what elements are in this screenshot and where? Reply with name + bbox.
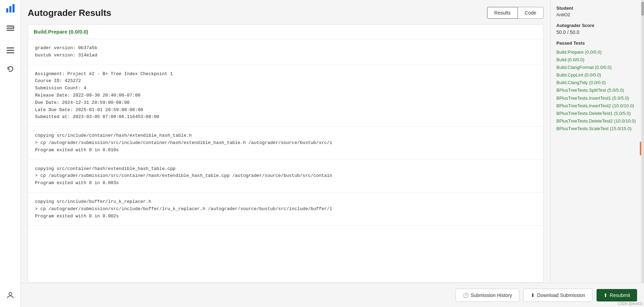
scrollbar-track[interactable] [641,0,644,283]
list-icon[interactable] [3,43,18,59]
watermark: CSDN @AntiO2 [618,302,643,306]
page-header: Autograder Results Results Code [28,7,544,19]
center-panel: Autograder Results Results Code Build.Pr… [21,0,550,283]
resubmit-button[interactable]: ⬆ Resubmit [597,289,637,301]
svg-rect-2 [12,4,15,12]
student-label: Student [556,6,638,11]
test-item[interactable]: Build.CppLint (0.0/0.0) [556,71,638,79]
footer: 🕐 Submission History ⬇ Download Submissi… [21,283,644,307]
svg-rect-0 [6,8,8,12]
svg-rect-8 [7,50,14,51]
download-submission-button[interactable]: ⬇ Download Submission [523,289,592,302]
code-block-1: grader version: 0b37a5b bustub version: … [28,39,543,65]
download-icon: ⬇ [531,292,535,298]
refresh-icon[interactable] [3,62,18,78]
score-value: 50.0 / 50.0 [556,29,638,35]
code-button[interactable]: Code [518,7,544,19]
test-item[interactable]: BPlusTreeTests.InsertTest1 (5.0/5.0) [556,94,638,102]
submission-history-label: Submission History [471,292,512,298]
orange-indicator [640,142,641,155]
resubmit-icon: ⬆ [603,292,608,298]
svg-rect-3 [7,26,14,27]
section-title: Build.Prepare (0.0/0.0) [28,25,543,39]
passed-tests-section: Passed Tests Build.Prepare (0.0/0.0)Buil… [556,40,638,133]
code-block-3: copying src/include/container/hash/exten… [28,127,543,160]
test-item[interactable]: Build (0.0/0.0) [556,56,638,64]
sidebar [0,0,21,307]
code-block-5: copying src/include/buffer/lru_k_replace… [28,193,543,226]
svg-rect-5 [7,30,14,31]
code-block-4: copying src/container/hash/extendible_ha… [28,160,543,193]
svg-rect-1 [9,6,11,12]
main-content: Autograder Results Results Code Build.Pr… [21,0,644,307]
test-item[interactable]: Build.ClangFormat (0.0/0.0) [556,64,638,71]
submission-history-button[interactable]: 🕐 Submission History [456,289,520,302]
svg-rect-7 [7,47,14,48]
test-item[interactable]: BPlusTreeTests.DeleteTest1 (5.0/5.0) [556,110,638,117]
test-item[interactable]: BPlusTreeTests.InsertTest2 (10.0/10.0) [556,102,638,110]
content-area: Autograder Results Results Code Build.Pr… [21,0,644,283]
resubmit-label: Resubmit [610,292,630,298]
test-item[interactable]: Build.ClangTidy (0.0/0.0) [556,79,638,87]
score-label: Autograder Score [556,23,638,28]
test-item[interactable]: BPlusTreeTests.ScaleTest (15.0/15.0) [556,125,638,133]
passed-tests-label: Passed Tests [556,40,638,46]
tests-list: Build.Prepare (0.0/0.0)Build (0.0/0.0)Bu… [556,48,638,133]
test-item[interactable]: BPlusTreeTests.DeleteTest2 (10.0/10.0) [556,117,638,125]
student-name: AntiO2 [556,12,638,17]
page-title: Autograder Results [28,8,111,18]
results-container[interactable]: Build.Prepare (0.0/0.0) grader version: … [28,24,544,283]
results-button[interactable]: Results [487,7,518,19]
code-block-2: Assignment: Project #2 - B+ Tree Index C… [28,65,543,127]
scrollbar-thumb[interactable] [641,2,644,16]
svg-point-10 [9,292,12,295]
clock-icon: 🕐 [463,292,469,298]
right-panel: Student AntiO2 Autograder Score 50.0 / 5… [550,0,644,283]
menu-toggle-button[interactable] [4,21,17,36]
test-item[interactable]: BPlusTreeTests.SplitTest (5.0/5.0) [556,87,638,94]
svg-rect-9 [7,52,14,53]
logo-icon [6,3,15,15]
user-icon[interactable] [3,288,18,304]
test-item[interactable]: Build.Prepare (0.0/0.0) [556,48,638,56]
download-submission-label: Download Submission [537,292,585,298]
student-section: Student AntiO2 [556,6,638,17]
score-section: Autograder Score 50.0 / 50.0 [556,23,638,35]
view-toggle: Results Code [487,7,544,19]
svg-marker-6 [13,26,14,29]
